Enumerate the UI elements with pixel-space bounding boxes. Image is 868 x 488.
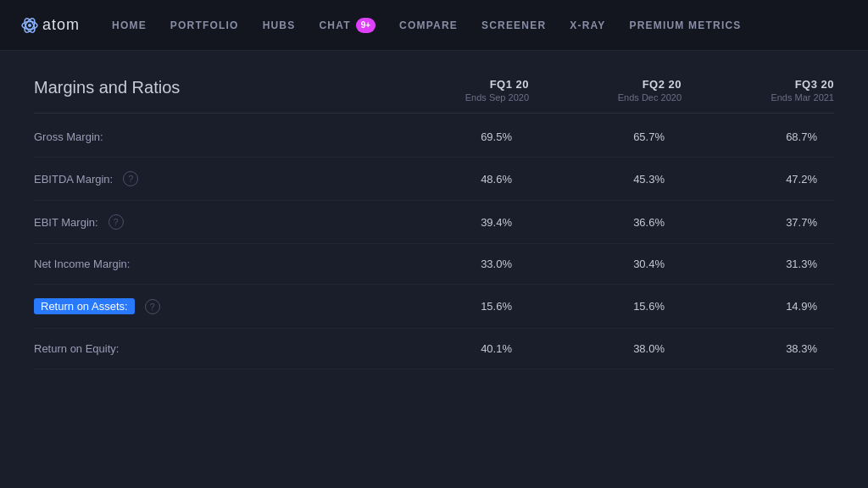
- help-icon-return-on-assets[interactable]: ?: [145, 299, 160, 314]
- cell-return-on-assets-col2: 14.9%: [682, 300, 834, 313]
- row-label-ebit-margin: EBIT Margin:?: [34, 214, 376, 230]
- section-title: Margins and Ratios: [34, 78, 376, 103]
- row-label-wrap-return-on-assets: Return on Assets:?: [34, 298, 376, 314]
- cell-return-on-equity-col2: 38.3%: [682, 342, 834, 355]
- table-row: Return on Assets:?15.6%15.6%14.9%: [34, 285, 834, 329]
- row-label-ebitda-margin: EBITDA Margin:?: [34, 171, 376, 186]
- row-label-wrap-net-income-margin: Net Income Margin:: [34, 258, 376, 270]
- col-header-fq1: FQ1 20 Ends Sep 2020: [376, 78, 529, 103]
- row-label-text-ebit-margin: EBIT Margin:: [34, 216, 98, 229]
- table-header: Margins and Ratios FQ1 20 Ends Sep 2020 …: [34, 78, 834, 114]
- nav-xray[interactable]: X-RAY: [570, 16, 605, 35]
- row-label-wrap-gross-margin: Gross Margin:: [34, 130, 376, 143]
- atom-logo-icon: [20, 16, 39, 35]
- cell-return-on-assets-col0: 15.6%: [376, 300, 529, 313]
- nav-compare[interactable]: COMPARE: [399, 16, 458, 35]
- nav-portfolio[interactable]: PORTFOLIO: [170, 16, 239, 35]
- table-row: Return on Equity:40.1%38.0%38.3%: [34, 329, 834, 369]
- cell-ebitda-margin-col1: 45.3%: [529, 173, 682, 186]
- row-label-net-income-margin: Net Income Margin:: [34, 258, 376, 270]
- cell-ebit-margin-col2: 37.7%: [682, 216, 834, 229]
- cell-return-on-equity-col1: 38.0%: [529, 342, 682, 355]
- table-row: Gross Margin:69.5%65.7%68.7%: [34, 117, 834, 158]
- nav-screener[interactable]: SCREENER: [481, 16, 546, 35]
- cell-return-on-equity-col0: 40.1%: [376, 342, 529, 355]
- cell-gross-margin-col1: 65.7%: [529, 130, 682, 143]
- nav-hubs[interactable]: HUBS: [263, 16, 296, 35]
- main-content: Margins and Ratios FQ1 20 Ends Sep 2020 …: [0, 51, 868, 396]
- row-label-gross-margin: Gross Margin:: [34, 130, 376, 143]
- help-icon-ebitda-margin[interactable]: ?: [123, 171, 138, 186]
- cell-gross-margin-col2: 68.7%: [682, 130, 834, 143]
- cell-net-income-margin-col1: 30.4%: [529, 258, 682, 270]
- logo: atom: [20, 16, 80, 35]
- row-label-text-ebitda-margin: EBITDA Margin:: [34, 173, 113, 186]
- row-label-text-gross-margin: Gross Margin:: [34, 130, 103, 143]
- table-row: EBITDA Margin:?48.6%45.3%47.2%: [34, 158, 834, 201]
- cell-ebitda-margin-col2: 47.2%: [682, 173, 834, 186]
- row-label-wrap-return-on-equity: Return on Equity:: [34, 342, 376, 355]
- col-fq2-sub: Ends Dec 2020: [529, 92, 682, 103]
- cell-ebitda-margin-col0: 48.6%: [376, 173, 529, 186]
- nav-home[interactable]: HOME: [112, 16, 147, 35]
- nav-chat-wrapper: CHAT 9+: [319, 16, 376, 35]
- row-label-wrap-ebit-margin: EBIT Margin:?: [34, 214, 376, 230]
- col-fq1-sub: Ends Sep 2020: [376, 92, 529, 103]
- cell-net-income-margin-col0: 33.0%: [376, 258, 529, 270]
- row-label-text-return-on-assets[interactable]: Return on Assets:: [34, 298, 135, 314]
- col-fq2-main: FQ2 20: [529, 78, 682, 91]
- table-row: Net Income Margin:33.0%30.4%31.3%: [34, 244, 834, 285]
- svg-point-3: [28, 24, 31, 27]
- cell-gross-margin-col0: 69.5%: [376, 130, 529, 143]
- table-row: EBIT Margin:?39.4%36.6%37.7%: [34, 201, 834, 244]
- chat-notification-badge: 9+: [356, 18, 376, 33]
- col-fq1-main: FQ1 20: [376, 78, 529, 91]
- help-icon-ebit-margin[interactable]: ?: [108, 214, 124, 230]
- navigation: atom HOME PORTFOLIO HUBS CHAT 9+ COMPARE…: [0, 0, 868, 51]
- cell-ebit-margin-col0: 39.4%: [376, 216, 529, 229]
- row-label-text-return-on-equity: Return on Equity:: [34, 342, 119, 355]
- row-label-wrap-ebitda-margin: EBITDA Margin:?: [34, 171, 376, 186]
- col-header-fq3: FQ3 20 Ends Mar 2021: [682, 78, 834, 103]
- logo-text: atom: [42, 16, 80, 34]
- table-body: Gross Margin:69.5%65.7%68.7%EBITDA Margi…: [34, 117, 834, 369]
- row-label-return-on-assets: Return on Assets:?: [34, 298, 376, 314]
- col-fq3-sub: Ends Mar 2021: [682, 92, 834, 103]
- cell-ebit-margin-col1: 36.6%: [529, 216, 682, 229]
- cell-return-on-assets-col1: 15.6%: [529, 300, 682, 313]
- nav-premium-metrics[interactable]: PREMIUM METRICS: [629, 16, 741, 35]
- col-fq3-main: FQ3 20: [682, 78, 834, 91]
- cell-net-income-margin-col2: 31.3%: [682, 258, 834, 270]
- row-label-return-on-equity: Return on Equity:: [34, 342, 376, 355]
- nav-chat[interactable]: CHAT: [319, 16, 350, 35]
- col-header-fq2: FQ2 20 Ends Dec 2020: [529, 78, 682, 103]
- row-label-text-net-income-margin: Net Income Margin:: [34, 258, 130, 270]
